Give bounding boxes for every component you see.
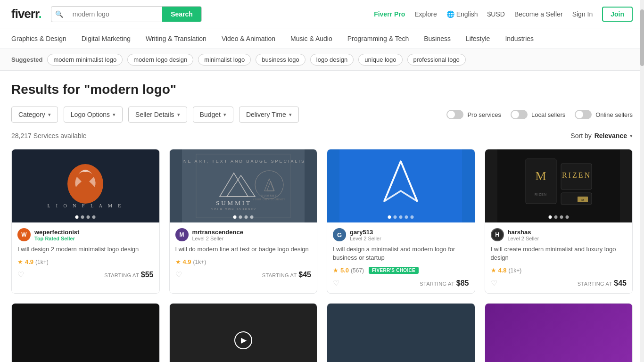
search-input[interactable] (67, 7, 162, 22)
pro-services-toggle[interactable] (446, 110, 463, 119)
seller-info-2: mrtranscendence Level 2 Seller (192, 229, 243, 241)
sort-by[interactable]: Sort by Relevance ▾ (570, 132, 633, 140)
card-5[interactable] (11, 303, 160, 362)
chevron-down-icon: ▾ (48, 112, 51, 118)
seller-row-4: H harshas Level 2 Seller (491, 228, 627, 241)
heart-icon-4[interactable]: ♡ (491, 279, 497, 288)
tag-minimalist-logo[interactable]: minimalist logo (198, 54, 251, 66)
tag-unique-logo[interactable]: unique logo (358, 54, 402, 66)
price-4: $45 (614, 279, 627, 287)
seller-level-2: Level 2 Seller (192, 236, 243, 241)
tag-modern-minimalist[interactable]: modern minimalist logo (47, 54, 123, 66)
scrollbar-thumb[interactable] (640, 9, 644, 66)
card-4[interactable]: M RIZEN RIZEN M H harshas (485, 149, 633, 294)
rating-count-3: (567) (351, 267, 364, 274)
nav-item-digital[interactable]: Digital Marketing (82, 33, 131, 44)
card-grid-2: ▶ (11, 303, 633, 362)
join-button[interactable]: Join (602, 7, 633, 22)
svg-text:RIZEN: RIZEN (562, 171, 591, 179)
heart-icon-1[interactable]: ♡ (17, 270, 24, 279)
heart-icon-3[interactable]: ♡ (333, 279, 339, 288)
rating-value-2: 4.9 (183, 258, 191, 265)
seller-info-4: harshas Level 2 Seller (508, 229, 539, 241)
price-3: $85 (456, 279, 469, 287)
seller-info-1: weperfectionist Top Rated Seller (34, 229, 79, 241)
heart-icon-2[interactable]: ♡ (175, 270, 182, 279)
card-2[interactable]: LINE ART, TEXT AND BADGE SPECIALIST SUMM… (169, 149, 318, 294)
rating-count-4: (1k+) (509, 267, 522, 274)
suggested-label: Suggested (11, 56, 42, 63)
nav-item-business[interactable]: Business (424, 33, 451, 44)
tag-logo-design[interactable]: logo design (310, 54, 354, 66)
chevron-down-icon: ▾ (289, 112, 292, 118)
tag-modern-logo-design[interactable]: modern logo design (127, 54, 193, 66)
dot (250, 215, 253, 219)
dot (244, 215, 248, 219)
scrollbar[interactable] (640, 0, 644, 362)
card-grid: L I O N F L A M E W weperfectionist Top … (11, 149, 633, 294)
card-8[interactable] (485, 303, 633, 362)
nav-item-lifestyle[interactable]: Lifestyle (466, 33, 490, 44)
dot (87, 215, 90, 219)
chevron-down-icon: ▾ (177, 112, 180, 118)
svg-text:YOUR OWN JOURNEY: YOUR OWN JOURNEY (211, 208, 256, 211)
local-sellers-toggle[interactable] (511, 110, 528, 119)
svg-rect-14 (339, 149, 462, 222)
star-icon: ★ (175, 258, 181, 265)
svg-rect-17 (497, 149, 620, 222)
price-row-2: ♡ STARTING AT $45 (175, 270, 312, 279)
dot (411, 215, 414, 219)
tag-professional-logo[interactable]: professional logo (407, 54, 466, 66)
card-7-image (327, 304, 475, 362)
avatar-4: H (491, 228, 504, 241)
search-icon: 🔍 (51, 10, 67, 18)
category-filter[interactable]: Category ▾ (11, 107, 58, 123)
dot (388, 215, 391, 219)
seller-row-1: W weperfectionist Top Rated Seller (17, 228, 154, 241)
budget-filter[interactable]: Budget ▾ (193, 107, 233, 123)
online-sellers-toggle[interactable] (575, 110, 592, 119)
price-row-1: ♡ STARTING AT $55 (17, 270, 154, 279)
card-8-image (485, 304, 633, 362)
card-3-dots (388, 215, 414, 219)
tag-business-logo[interactable]: business logo (256, 54, 305, 66)
card-1[interactable]: L I O N F L A M E W weperfectionist Top … (11, 149, 160, 294)
dot (75, 215, 79, 219)
header-right: Fiverr Pro Explore 🌐 English $USD Become… (374, 7, 633, 22)
fiverr-pro-link[interactable]: Fiverr Pro (374, 10, 405, 18)
language-link[interactable]: 🌐 English (446, 10, 478, 18)
starting-label-2: STARTING AT (262, 272, 297, 278)
logo-text: fiverr (11, 7, 39, 21)
avatar-3: G (333, 228, 346, 241)
delivery-time-filter[interactable]: Delivery Time ▾ (239, 107, 299, 123)
rating-count-2: (1k+) (193, 259, 206, 265)
card-1-dots (75, 215, 96, 219)
seller-details-filter[interactable]: Seller Details ▾ (128, 107, 187, 123)
nav-item-graphics[interactable]: Graphics & Design (11, 33, 66, 44)
play-icon: ▶ (234, 331, 252, 349)
explore-link[interactable]: Explore (414, 10, 437, 18)
suggested-bar: Suggested modern minimalist logo modern … (0, 49, 644, 71)
pro-services-label: Pro services (467, 111, 501, 118)
seller-info-3: gary513 Level 2 Seller (350, 229, 381, 241)
nav-item-programming[interactable]: Programming & Tech (347, 33, 409, 44)
sign-in-link[interactable]: Sign In (572, 10, 593, 18)
card-3[interactable]: G gary513 Level 2 Seller I will design a… (327, 149, 475, 294)
rating-row-2: ★ 4.9 (1k+) (175, 258, 312, 265)
search-button[interactable]: Search (162, 7, 201, 22)
seller-name-2: mrtranscendence (192, 229, 243, 236)
card-1-image: L I O N F L A M E (12, 149, 159, 222)
nav-item-industries[interactable]: Industries (505, 33, 534, 44)
card-6[interactable]: ▶ (169, 303, 318, 362)
nav-item-music[interactable]: Music & Audio (290, 33, 332, 44)
card-7[interactable] (327, 303, 475, 362)
nav-item-writing[interactable]: Writing & Translation (146, 33, 206, 44)
logo[interactable]: fiverr. (11, 7, 41, 21)
become-seller-link[interactable]: Become a Seller (514, 10, 563, 18)
logo-options-filter[interactable]: Logo Options ▾ (64, 107, 123, 123)
seller-name-3: gary513 (350, 229, 381, 236)
card-5-image (12, 304, 159, 362)
nav-item-video[interactable]: Video & Animation (222, 33, 275, 44)
currency-link[interactable]: $USD (487, 10, 505, 18)
card-4-title: I will create modern minimalist and luxu… (491, 245, 627, 262)
